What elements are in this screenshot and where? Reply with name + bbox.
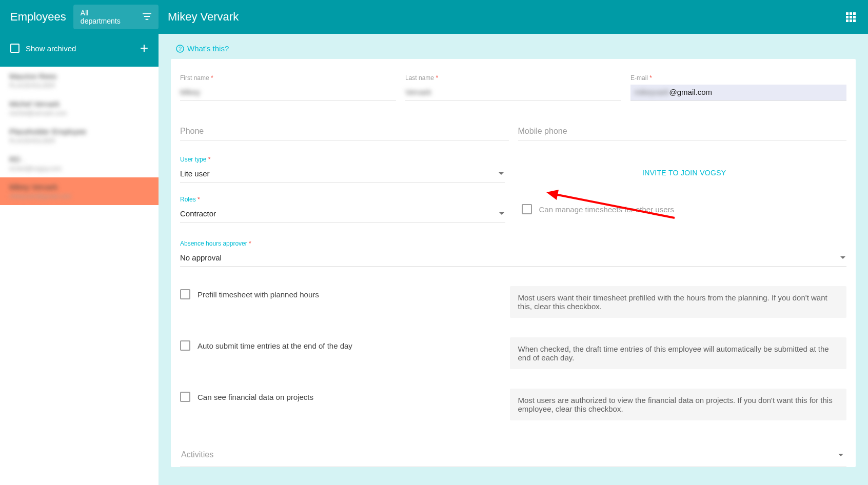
prefill-label: Prefill timesheet with planned hours	[198, 290, 319, 299]
department-filter-chip[interactable]: All departments	[73, 5, 159, 29]
autosubmit-description: When checked, the draft time entries of …	[510, 337, 847, 369]
employee-sub: michel@vervark.com	[9, 110, 149, 117]
checkbox-icon	[10, 44, 19, 53]
roles-label: Roles *	[180, 196, 505, 203]
roles-select[interactable]: Contractor	[180, 206, 505, 223]
employee-list-item[interactable]: RD . rd.test@vogsy.com	[0, 150, 159, 177]
employee-name: Mikey Vervark	[9, 183, 149, 191]
add-employee-button[interactable]: +	[140, 41, 148, 55]
employee-form: First name * Mikey Last name * Vervark E…	[171, 59, 856, 467]
whats-this-link[interactable]: ? What's this?	[159, 34, 868, 59]
financial-checkbox[interactable]	[180, 392, 190, 402]
checkbox-icon	[522, 204, 532, 214]
absence-approver-value: No approval	[180, 253, 222, 262]
employee-name: RD .	[9, 155, 149, 164]
show-archived-label: Show archived	[26, 44, 76, 53]
roles-value: Contractor	[180, 209, 216, 218]
section-title: Employees	[10, 10, 66, 24]
financial-label: Can see financial data on projects	[198, 393, 313, 401]
employee-name: Placeholder Employee	[9, 127, 149, 136]
user-type-select[interactable]: Lite user	[180, 166, 505, 183]
manage-timesheets-checkbox[interactable]: Can manage timesheets for other users	[522, 204, 847, 214]
first-name-label: First name *	[180, 74, 396, 82]
help-icon: ?	[176, 45, 184, 53]
apps-grid-button[interactable]	[846, 12, 868, 22]
filter-icon	[143, 13, 151, 21]
chevron-down-icon	[840, 256, 845, 259]
employee-sub: PLACEHOLDER	[9, 82, 149, 89]
employee-list-item[interactable]: Maurice Rees PLACEHOLDER	[0, 67, 159, 94]
prefill-description: Most users want their timesheet prefille…	[510, 286, 847, 318]
invite-to-join-button[interactable]: INVITE TO JOIN VOGSY	[642, 161, 726, 177]
chevron-down-icon	[499, 172, 504, 175]
employee-list: Maurice Rees PLACEHOLDER Michel Vervark …	[0, 67, 159, 485]
employee-list-item[interactable]: Placeholder Employee PLACEHOLDER	[0, 122, 159, 150]
page-title: Mikey Vervark	[159, 10, 846, 24]
employee-sub: mikeyvark@gmail.com	[9, 193, 149, 200]
autosubmit-checkbox[interactable]	[180, 340, 190, 351]
user-type-label: User type *	[180, 156, 505, 163]
chevron-down-icon	[499, 212, 504, 215]
first-name-field[interactable]: Mikey	[180, 85, 396, 101]
department-filter-label: All departments	[81, 9, 127, 25]
show-archived-toggle[interactable]: Show archived	[10, 44, 76, 53]
employee-sub: PLACEHOLDER	[9, 137, 149, 145]
absence-approver-label: Absence hours approver *	[180, 240, 846, 247]
activities-label: Activities	[181, 450, 213, 459]
autosubmit-label: Auto submit time entries at the end of t…	[198, 341, 352, 350]
apps-grid-icon	[846, 12, 856, 22]
phone-field[interactable]: Phone	[180, 124, 509, 140]
financial-description: Most users are authorized to view the fi…	[510, 389, 847, 420]
whats-this-label: What's this?	[187, 44, 229, 53]
last-name-field[interactable]: Vervark	[405, 85, 621, 101]
absence-approver-select[interactable]: No approval	[180, 250, 846, 267]
employee-sub: rd.test@vogsy.com	[9, 165, 149, 172]
mobile-phone-field[interactable]: Mobile phone	[518, 124, 847, 140]
chevron-down-icon	[838, 454, 843, 456]
employee-list-item-selected[interactable]: Mikey Vervark mikeyvark@gmail.com	[0, 177, 159, 205]
svg-text:?: ?	[179, 46, 182, 52]
manage-timesheets-label: Can manage timesheets for other users	[539, 205, 674, 214]
last-name-label: Last name *	[405, 74, 621, 82]
email-label: E-mail *	[630, 74, 846, 82]
user-type-value: Lite user	[180, 169, 210, 178]
prefill-checkbox[interactable]	[180, 289, 190, 299]
employee-list-item[interactable]: Michel Vervark michel@vervark.com	[0, 94, 159, 122]
employee-name: Maurice Rees	[9, 72, 149, 80]
activities-select[interactable]: Activities	[180, 442, 846, 467]
employee-name: Michel Vervark	[9, 99, 149, 108]
email-field[interactable]: mikeyvark@gmail.com	[630, 85, 846, 101]
